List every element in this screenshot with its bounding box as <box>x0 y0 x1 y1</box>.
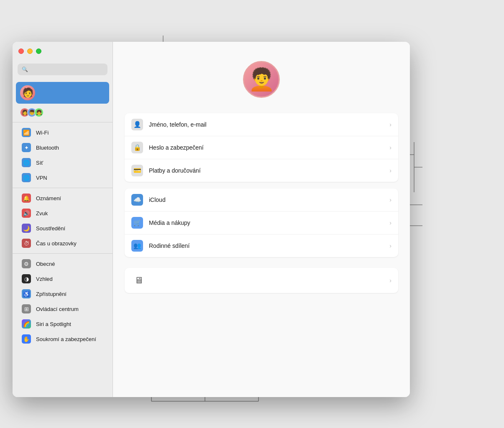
oznameni-icon: 🔔 <box>22 194 31 203</box>
obecne-icon: ⚙ <box>22 259 31 268</box>
cas-icon: ⏱ <box>22 239 31 248</box>
media-chevron: › <box>389 219 391 226</box>
platby-label: Platby a doručování <box>149 167 384 174</box>
sidebar-label-ovladaci: Ovládací centrum <box>36 306 79 312</box>
sidebar-item-zpristupneni[interactable]: ♿ Zpřístupnění <box>15 287 110 301</box>
device-row-macpro[interactable]: 🖥 › <box>125 268 398 293</box>
sidebar-divider-3 <box>13 253 113 254</box>
media-icon: 🛒 <box>131 217 143 229</box>
siri-icon: 🌈 <box>22 319 31 329</box>
icloud-icon: ☁️ <box>131 194 143 206</box>
settings-row-media[interactable]: 🛒 Média a nákupy › <box>125 211 398 234</box>
sidebar-label-wifi: Wi-Fi <box>36 130 49 136</box>
settings-row-icloud[interactable]: ☁️ iCloud › <box>125 189 398 211</box>
settings-row-rodinne[interactable]: 👥 Rodinné sdílení › <box>125 234 398 257</box>
wifi-icon: 📶 <box>22 128 31 137</box>
avatar-emoji: 🧑 <box>22 87 33 98</box>
settings-group-services: ☁️ iCloud › 🛒 Média a nákupy › 👥 Rodinné… <box>125 189 398 257</box>
sit-icon: 🌐 <box>22 158 31 167</box>
sidebar-item-wifi[interactable]: 📶 Wi-Fi <box>15 125 110 140</box>
search-box[interactable]: 🔍 <box>18 64 107 75</box>
profile-avatar-emoji: 🧑‍🦱 <box>248 67 275 92</box>
sidebar-item-vzhled[interactable]: ◑ Vzhled <box>15 272 110 286</box>
sidebar-item-sit[interactable]: 🌐 Síť <box>15 155 110 170</box>
jmeno-label: Jméno, telefon, e-mail <box>149 121 384 128</box>
sidebar-label-obecne: Obecné <box>36 261 55 267</box>
bluetooth-icon: ✦ <box>22 143 31 152</box>
traffic-lights <box>18 48 41 54</box>
sidebar-label-zpristupneni: Zpřístupnění <box>36 291 67 297</box>
sidebar: 🔍 🧑 👩 👦 👧 <box>13 42 113 397</box>
media-label: Média a nákupy <box>149 219 384 226</box>
zvuk-icon: 🔊 <box>22 209 31 218</box>
icloud-label: iCloud <box>149 196 384 203</box>
sidebar-item-zvuk[interactable]: 🔊 Zvuk <box>15 206 110 220</box>
sidebar-item-rodina[interactable]: 👩 👦 👧 <box>13 105 113 120</box>
soustredeni-icon: 🌙 <box>22 224 31 233</box>
search-icon: 🔍 <box>22 66 28 72</box>
sidebar-item-vpn[interactable]: 🌐 VPN <box>15 171 110 185</box>
ovladaci-icon: ⊞ <box>22 304 31 313</box>
avatar: 🧑 <box>20 85 35 100</box>
sidebar-label-vzhled: Vzhled <box>36 276 53 282</box>
maximize-button[interactable] <box>36 48 41 54</box>
rodinne-icon: 👥 <box>131 240 143 252</box>
sidebar-items-list: 📶 Wi-Fi ✦ Bluetooth 🌐 Síť 🌐 VPN <box>13 125 113 397</box>
platby-chevron: › <box>389 167 391 174</box>
sidebar-item-siri[interactable]: 🌈 Siri a Spotlight <box>15 317 110 331</box>
heslo-icon: 🔒 <box>131 142 143 153</box>
profile-area: 🧑‍🦱 <box>125 61 398 103</box>
settings-group-identity: 👤 Jméno, telefon, e-mail › 🔒 Heslo a zab… <box>125 113 398 182</box>
platby-icon: 💳 <box>131 165 143 176</box>
sidebar-item-oznameni[interactable]: 🔔 Oznámení <box>15 191 110 205</box>
device-chevron: › <box>389 277 391 284</box>
sidebar-label-sit: Síť <box>36 160 43 166</box>
sidebar-label-bluetooth: Bluetooth <box>36 145 59 151</box>
jmeno-chevron: › <box>389 121 391 128</box>
jmeno-icon: 👤 <box>131 119 143 130</box>
sidebar-item-soukromi[interactable]: ✋ Soukromí a zabezpečení <box>15 332 110 346</box>
sidebar-label-vpn: VPN <box>36 175 47 181</box>
sidebar-item-user[interactable]: 🧑 <box>16 82 109 104</box>
rodina-avatars: 👩 👦 👧 <box>20 108 43 117</box>
main-content: 🧑‍🦱 👤 Jméno, telefon, e-mail › 🔒 Heslo a… <box>113 42 410 397</box>
sidebar-item-cas[interactable]: ⏱ Čas u obrazovky <box>15 236 110 250</box>
sidebar-label-zvuk: Zvuk <box>36 210 48 217</box>
sidebar-label-oznameni: Oznámení <box>36 195 61 201</box>
sidebar-divider-2 <box>13 188 113 188</box>
sidebar-item-ovladaci[interactable]: ⊞ Ovládací centrum <box>15 302 110 316</box>
zpristupneni-icon: ♿ <box>22 289 31 298</box>
heslo-chevron: › <box>389 144 391 151</box>
profile-avatar: 🧑‍🦱 <box>243 61 280 98</box>
settings-row-heslo[interactable]: 🔒 Heslo a zabezpečení › <box>125 136 398 159</box>
minimize-button[interactable] <box>27 48 33 54</box>
sidebar-label-soustredeni: Soustředění <box>36 225 65 232</box>
sidebar-item-soustredeni[interactable]: 🌙 Soustředění <box>15 221 110 235</box>
device-icon: 🖥 <box>131 273 146 288</box>
rodinne-chevron: › <box>389 242 391 249</box>
sidebar-label-cas: Čas u obrazovky <box>36 240 77 247</box>
rodinne-label: Rodinné sdílení <box>149 242 384 249</box>
settings-row-platby[interactable]: 💳 Platby a doručování › <box>125 159 398 182</box>
vpn-icon: 🌐 <box>22 173 31 182</box>
sidebar-divider <box>13 122 113 122</box>
sidebar-label-siri: Siri a Spotlight <box>36 321 71 327</box>
main-window: 🔍 🧑 👩 👦 👧 <box>13 42 410 397</box>
close-button[interactable] <box>18 48 24 54</box>
vzhled-icon: ◑ <box>22 274 31 283</box>
sidebar-item-bluetooth[interactable]: ✦ Bluetooth <box>15 140 110 155</box>
soukromi-icon: ✋ <box>22 334 31 344</box>
sidebar-label-soukromi: Soukromí a zabezpečení <box>36 336 96 342</box>
icloud-chevron: › <box>389 196 391 203</box>
settings-row-jmeno[interactable]: 👤 Jméno, telefon, e-mail › <box>125 113 398 136</box>
heslo-label: Heslo a zabezpečení <box>149 144 384 151</box>
sidebar-item-obecne[interactable]: ⚙ Obecné <box>15 257 110 271</box>
rodina-avatar-3: 👧 <box>34 108 43 117</box>
